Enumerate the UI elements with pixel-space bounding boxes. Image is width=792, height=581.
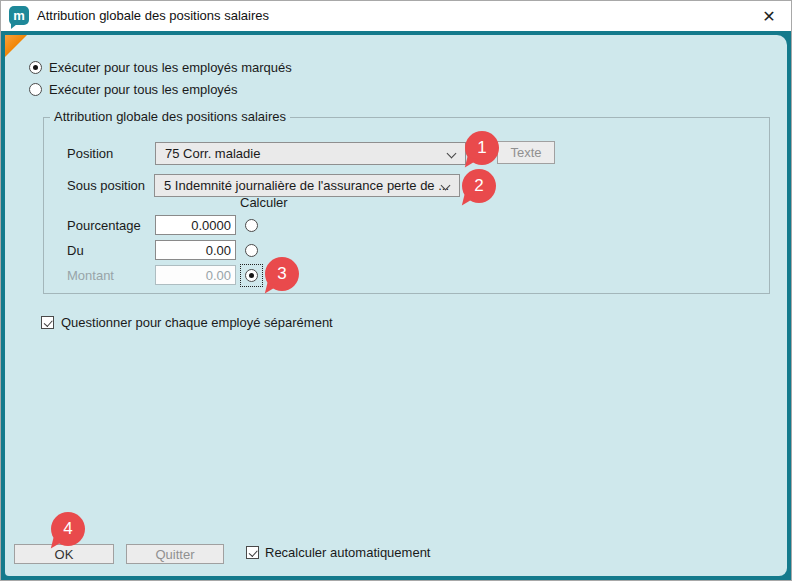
window-title: Attribution globale des positions salair… [37, 8, 269, 23]
pourcentage-label: Pourcentage [67, 218, 141, 233]
quitter-button[interactable]: Quitter [126, 544, 224, 564]
ask-each-label[interactable]: Questionner pour chaque employé séparéme… [61, 315, 333, 330]
groupbox-title: Attribution globale des positions salair… [50, 109, 290, 124]
du-calc-radio[interactable] [245, 244, 258, 257]
sous-position-label: Sous position [67, 178, 145, 193]
radio-run-marked-label[interactable]: Exécuter pour tous les employés marqués [49, 60, 292, 75]
chevron-down-icon [442, 182, 450, 190]
titlebar: m Attribution globale des positions sala… [1, 1, 791, 31]
position-combobox-value: 75 Corr. maladie [165, 146, 260, 161]
pourcentage-calc-radio[interactable] [245, 219, 258, 232]
callout-badge-2: 2 [462, 169, 496, 203]
dialog-window: m Attribution globale des positions sala… [0, 0, 792, 581]
radio-run-all-label[interactable]: Exécuter pour tous les employés [49, 82, 238, 97]
close-icon[interactable]: ✕ [758, 5, 780, 27]
montant-label: Montant [67, 268, 114, 283]
position-combobox[interactable]: 75 Corr. maladie [155, 142, 466, 165]
ask-each-checkbox[interactable] [41, 316, 54, 329]
callout-badge-1: 1 [465, 131, 499, 165]
callout-badge-4: 4 [51, 512, 85, 546]
sous-position-combobox-value: 5 Indemnité journalière de l'assurance p… [164, 178, 449, 193]
du-label: Du [67, 243, 84, 258]
texte-button[interactable]: Texte [497, 141, 555, 164]
recalc-checkbox[interactable] [246, 546, 259, 559]
radio-run-all[interactable] [29, 83, 42, 96]
callout-badge-3: 3 [265, 257, 299, 291]
montant-calc-radio[interactable] [245, 269, 258, 282]
dialog-frame: Exécuter pour tous les employés marqués … [1, 31, 791, 580]
position-label: Position [67, 146, 113, 161]
radio-run-marked[interactable] [29, 61, 42, 74]
montant-input[interactable] [155, 265, 236, 285]
dialog-content: Exécuter pour tous les employés marqués … [5, 35, 787, 576]
ok-button[interactable]: OK [14, 544, 114, 564]
corner-fold-decoration [5, 35, 27, 57]
sous-position-combobox[interactable]: 5 Indemnité journalière de l'assurance p… [154, 174, 460, 197]
recalc-label[interactable]: Recalculer automatiquement [265, 545, 430, 560]
chevron-down-icon [448, 150, 456, 158]
du-input[interactable] [155, 240, 236, 260]
groupbox-salary-positions: Attribution globale des positions salair… [43, 117, 770, 294]
app-logo-icon: m [9, 6, 29, 25]
pourcentage-input[interactable] [155, 215, 236, 235]
calculer-label: Calculer [240, 195, 288, 210]
